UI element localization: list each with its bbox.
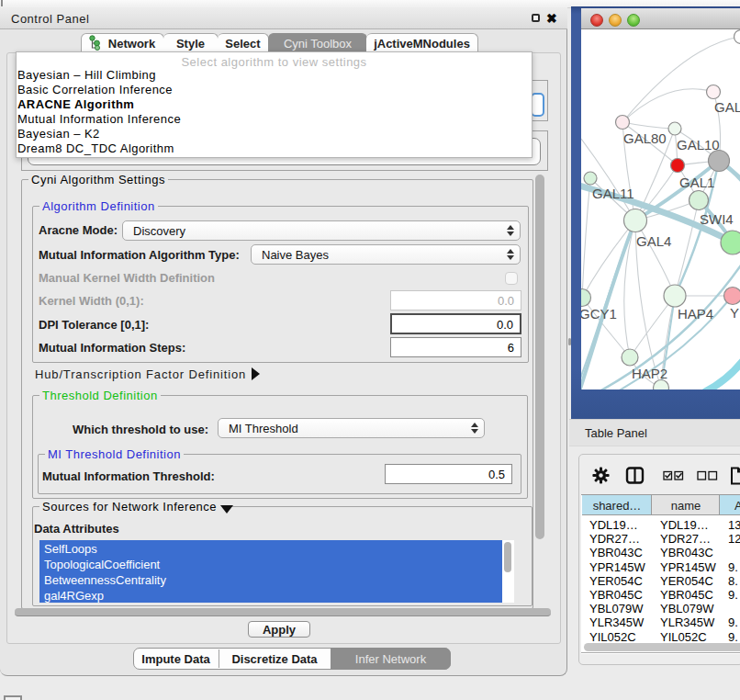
svg-text:GAL: GAL (714, 99, 740, 115)
svg-text:HAP4: HAP4 (678, 306, 713, 322)
svg-text:GAL4: GAL4 (636, 233, 671, 249)
svg-text:GAL11: GAL11 (592, 186, 634, 201)
svg-text:SWI4: SWI4 (700, 211, 734, 227)
svg-text:HAP2: HAP2 (632, 366, 667, 381)
svg-text:Y: Y (730, 305, 739, 321)
svg-text:GAL10: GAL10 (677, 137, 720, 152)
svg-text:GAL80: GAL80 (623, 130, 667, 146)
svg-text:GCY1: GCY1 (581, 306, 617, 322)
svg-text:GAL1: GAL1 (679, 175, 714, 190)
